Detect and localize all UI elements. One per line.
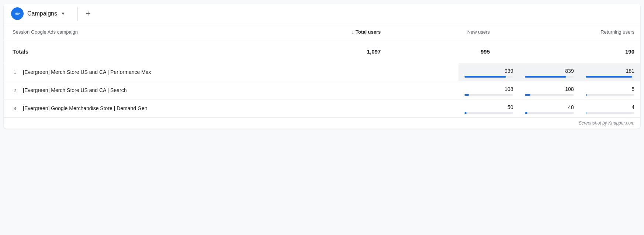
- bar-fill: [525, 76, 566, 78]
- total-users-cell: 939: [458, 63, 519, 81]
- bar-container: [525, 76, 574, 78]
- data-table: 1[Evergreen] Merch Store US and CA | Per…: [4, 63, 640, 117]
- campaigns-tab-label: Campaigns: [27, 10, 57, 17]
- bar-container: [586, 76, 634, 78]
- total-users-cell: 108: [458, 81, 519, 99]
- table-row[interactable]: 3[Evergreen] Google Merchandise Store | …: [4, 99, 640, 117]
- bar-fill: [464, 94, 469, 96]
- row-dimension-cell: 3[Evergreen] Google Merchandise Store | …: [4, 99, 458, 117]
- bar-fill: [586, 112, 587, 114]
- row-dimension-cell: 1[Evergreen] Merch Store US and CA | Per…: [4, 63, 458, 81]
- totals-row: Totals 1,097 995 190: [4, 40, 640, 63]
- bar-container: [525, 94, 574, 96]
- totals-new-users: 995: [387, 40, 496, 63]
- bar-container: [586, 112, 634, 114]
- new-users-cell: 839: [519, 63, 579, 81]
- campaigns-icon: ✏: [11, 7, 24, 20]
- col-header-total-users[interactable]: ↓Total users: [257, 24, 387, 40]
- row-name: [Evergreen] Google Merchandise Store | D…: [23, 105, 147, 111]
- bar-fill: [525, 112, 527, 114]
- bar-container: [525, 112, 574, 114]
- totals-total-users: 1,097: [257, 40, 387, 63]
- totals-returning-users: 190: [496, 40, 640, 63]
- row-name: [Evergreen] Merch Store US and CA | Perf…: [23, 69, 151, 75]
- row-index: 1: [10, 69, 16, 75]
- bar-fill: [464, 76, 506, 78]
- table-row[interactable]: 1[Evergreen] Merch Store US and CA | Per…: [4, 63, 640, 81]
- total-users-cell: 50: [458, 99, 519, 117]
- main-container: ✏ Campaigns ▼ + Session Google Ads campa…: [4, 4, 640, 129]
- bar-container: [586, 94, 634, 96]
- table-header-row: Session Google Ads campaign ↓Total users…: [4, 24, 640, 40]
- row-name: [Evergreen] Merch Store US and CA | Sear…: [23, 87, 127, 93]
- campaigns-table: Session Google Ads campaign ↓Total users…: [4, 24, 640, 63]
- table-wrapper: Session Google Ads campaign ↓Total users…: [4, 24, 640, 117]
- bar-fill: [525, 94, 530, 96]
- table-row[interactable]: 2[Evergreen] Merch Store US and CA | Sea…: [4, 81, 640, 99]
- watermark: Screenshot by Knapper.com: [4, 117, 640, 129]
- row-dimension-cell: 2[Evergreen] Merch Store US and CA | Sea…: [4, 81, 458, 99]
- sort-arrow-icon: ↓: [352, 29, 354, 35]
- bar-fill: [464, 112, 467, 114]
- row-index: 2: [10, 88, 16, 93]
- bar-fill: [586, 76, 632, 78]
- returning-users-cell: 5: [580, 81, 640, 99]
- bar-container: [464, 112, 513, 114]
- new-users-cell: 108: [519, 81, 579, 99]
- returning-users-cell: 4: [580, 99, 640, 117]
- col-header-new-users[interactable]: New users: [387, 24, 496, 40]
- tab-bar: ✏ Campaigns ▼ +: [4, 4, 640, 24]
- row-index: 3: [10, 106, 16, 111]
- returning-users-cell: 181: [580, 63, 640, 81]
- col-header-returning-users[interactable]: Returning users: [496, 24, 640, 40]
- chevron-down-icon: ▼: [61, 11, 65, 16]
- bar-container: [464, 94, 513, 96]
- totals-label: Totals: [4, 40, 257, 63]
- bar-container: [464, 76, 513, 78]
- bar-fill: [586, 94, 587, 96]
- add-tab-button[interactable]: +: [78, 4, 98, 24]
- new-users-cell: 48: [519, 99, 579, 117]
- campaigns-tab[interactable]: ✏ Campaigns ▼: [4, 4, 77, 24]
- col-header-dimension: Session Google Ads campaign: [4, 24, 257, 40]
